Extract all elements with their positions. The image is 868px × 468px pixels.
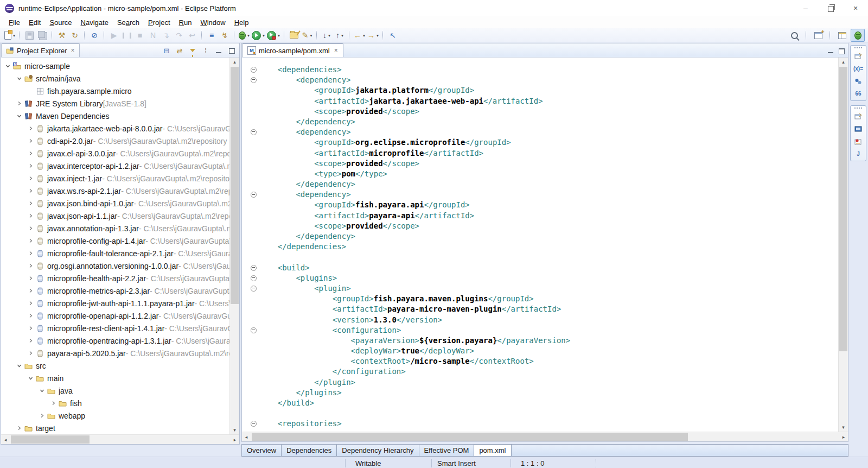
minimize-editor-icon[interactable] <box>828 48 833 53</box>
filter-icon[interactable] <box>188 46 197 55</box>
minimized-view-breakpoints-icon[interactable] <box>853 77 864 86</box>
chevron-expanded-icon[interactable] <box>15 363 23 368</box>
chevron-collapsed-icon[interactable] <box>26 151 35 156</box>
forward-button[interactable]: →▾ <box>366 29 380 41</box>
explorer-hscroll-thumb[interactable] <box>11 435 90 444</box>
last-edit-location-button[interactable]: ↖ <box>386 29 399 41</box>
tree-item-java[interactable]: java <box>1 384 229 397</box>
perspective-resource-button[interactable] <box>835 29 848 41</box>
dropdown-arrow-icon[interactable]: ▾ <box>310 33 312 38</box>
dropdown-arrow-icon[interactable]: ▾ <box>263 33 265 38</box>
minimized-view-expressions-icon[interactable]: 66 <box>853 89 864 98</box>
search-button[interactable] <box>788 29 801 41</box>
disconnect-button[interactable]: N <box>146 29 159 41</box>
dropdown-arrow-icon[interactable]: ▾ <box>328 33 330 38</box>
explorer-vscroll-thumb[interactable] <box>231 67 239 304</box>
menu-edit[interactable]: Edit <box>24 17 45 28</box>
maximize-icon[interactable] <box>227 46 236 55</box>
close-editor-tab-icon[interactable]: × <box>334 47 338 54</box>
tree-item-maven-dependencies[interactable]: Maven Dependencies <box>1 110 229 122</box>
run-button[interactable]: ▾ <box>251 29 266 41</box>
chevron-collapsed-icon[interactable] <box>26 238 35 243</box>
stack-drag-handle[interactable] <box>854 47 862 48</box>
tree-item-main[interactable]: main <box>1 372 229 384</box>
scroll-down-arrow[interactable]: ▾ <box>230 426 239 434</box>
chevron-collapsed-icon[interactable] <box>26 138 35 143</box>
tree-item-microprofile-config-api-1-4-jar[interactable]: microprofile-config-api-1.4.jar - C:\Use… <box>1 235 229 247</box>
xml-source-editor[interactable]: <dependencies> <dependency> <groupId>jak… <box>242 58 838 432</box>
tree-item-javax-ws-rs-api-2-1-jar[interactable]: javax.ws.rs-api-2.1.jar - C:\Users\jGaur… <box>1 185 229 197</box>
chevron-collapsed-icon[interactable] <box>26 276 35 281</box>
tree-item-fish-payara-sample-micro[interactable]: fish.payara.sample.micro <box>1 85 229 97</box>
pom-page-tab-overview[interactable]: Overview <box>242 445 282 456</box>
tree-item-microprofile-fault-tolerance-api-2-1-jar[interactable]: microprofile-fault-tolerance-api-2.1.jar… <box>1 247 229 260</box>
fold-collapse-icon[interactable] <box>247 327 259 333</box>
restore-output-views-icon[interactable] <box>853 112 864 121</box>
suspend-button[interactable] <box>120 29 133 41</box>
chevron-collapsed-icon[interactable] <box>26 288 35 293</box>
menu-project[interactable]: Project <box>144 17 174 28</box>
chevron-collapsed-icon[interactable] <box>15 426 23 431</box>
chevron-collapsed-icon[interactable] <box>26 313 35 318</box>
chevron-collapsed-icon[interactable] <box>26 126 35 131</box>
scroll-up-arrow[interactable]: ▴ <box>839 58 848 66</box>
menu-file[interactable]: File <box>4 17 24 28</box>
editor-hscroll-thumb[interactable] <box>252 433 688 441</box>
fold-collapse-icon[interactable] <box>247 265 259 271</box>
tree-item-microprofile-metrics-api-2-3-jar[interactable]: microprofile-metrics-api-2.3.jar - C:\Us… <box>1 284 229 297</box>
chevron-expanded-icon[interactable] <box>37 388 46 393</box>
chevron-collapsed-icon[interactable] <box>49 401 58 406</box>
terminate-button[interactable]: ■ <box>133 29 146 41</box>
scroll-left-arrow[interactable]: ◂ <box>1 435 10 444</box>
fold-collapse-icon[interactable] <box>247 275 259 281</box>
minimized-view-problems-icon[interactable] <box>853 137 864 146</box>
step-return-button[interactable]: ↩ <box>186 29 199 41</box>
refresh-button[interactable]: ↻ <box>68 29 81 41</box>
tree-item-target[interactable]: target <box>1 422 229 434</box>
menu-window[interactable]: Window <box>196 17 229 28</box>
dropdown-arrow-icon[interactable]: ▾ <box>278 33 280 38</box>
step-over-button[interactable]: ↷ <box>173 29 186 41</box>
scroll-up-arrow[interactable]: ▴ <box>230 58 239 66</box>
scroll-right-arrow[interactable]: ▸ <box>231 435 239 444</box>
chevron-collapsed-icon[interactable] <box>26 301 35 306</box>
chevron-collapsed-icon[interactable] <box>26 338 35 343</box>
dropdown-arrow-icon[interactable]: ▾ <box>247 33 250 38</box>
pom-page-tab-effective-pom[interactable]: Effective POM <box>419 445 475 456</box>
minimized-view-variables-icon[interactable]: (x)= <box>853 64 864 73</box>
restore-debug-views-icon[interactable] <box>853 52 864 61</box>
tree-item-jakarta-jakartaee-web-api-8-0-0-jar[interactable]: jakarta.jakartaee-web-api-8.0.0.jar - C:… <box>1 122 229 135</box>
dropdown-arrow-icon[interactable]: ▾ <box>376 33 379 38</box>
perspective-debug-button[interactable] <box>851 29 865 42</box>
close-explorer-icon[interactable]: × <box>71 47 74 54</box>
tree-item-javax-inject-1-jar[interactable]: javax.inject-1.jar - C:\Users\jGauravGup… <box>1 172 229 185</box>
step-into-button[interactable]: ↴ <box>159 29 173 41</box>
scroll-down-arrow[interactable]: ▾ <box>839 423 848 432</box>
tree-item-microprofile-jwt-auth-api-1-1-1-payara-p1-jar[interactable]: microprofile-jwt-auth-api-1.1.1.payara-p… <box>1 297 229 309</box>
minimize-icon[interactable] <box>214 46 223 55</box>
chevron-collapsed-icon[interactable] <box>26 251 35 256</box>
chevron-collapsed-icon[interactable] <box>37 413 46 418</box>
dropdown-arrow-icon[interactable]: ▾ <box>13 33 15 38</box>
stack-drag-handle[interactable] <box>854 107 862 109</box>
chevron-collapsed-icon[interactable] <box>15 101 23 106</box>
explorer-horizontal-scrollbar[interactable]: ◂ ▸ <box>1 434 239 444</box>
dropdown-arrow-icon[interactable]: ▾ <box>341 33 343 38</box>
tree-item-javax-json-api-1-1-jar[interactable]: javax.json-api-1.1.jar - C:\Users\jGaura… <box>1 210 229 222</box>
fold-collapse-icon[interactable] <box>247 77 259 83</box>
menu-navigate[interactable]: Navigate <box>76 17 113 28</box>
editor-horizontal-scrollbar[interactable]: ◂ ▸ <box>242 432 848 441</box>
tree-item-fish[interactable]: fish <box>1 397 229 409</box>
tree-item-micro-sample[interactable]: Mmicro-sample <box>1 60 229 72</box>
chevron-collapsed-icon[interactable] <box>26 226 35 231</box>
new-wizard-button[interactable]: ▾ <box>3 29 16 41</box>
chevron-expanded-icon[interactable] <box>3 64 12 68</box>
tree-item-javax-interceptor-api-1-2-jar[interactable]: javax.interceptor-api-1.2.jar - C:\Users… <box>1 160 229 172</box>
editor-tab-pom-xml[interactable]: M micro-sample/pom.xml × <box>242 43 343 57</box>
chevron-expanded-icon[interactable] <box>15 76 23 81</box>
chevron-collapsed-icon[interactable] <box>26 176 35 181</box>
open-wizard-button[interactable] <box>288 29 301 41</box>
fold-collapse-icon[interactable] <box>247 286 259 292</box>
debug-button[interactable]: ▾ <box>238 29 251 41</box>
tree-item-jre-system-library-[interactable]: JRE System Library [JavaSE-1.8] <box>1 97 229 110</box>
